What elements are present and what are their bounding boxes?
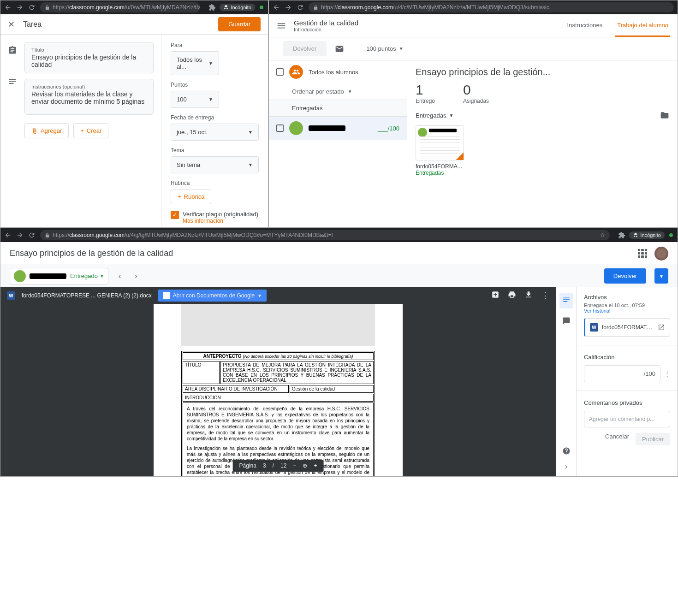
instructions-field[interactable]: Instrucciones (opcional) Revisar los mat… [24,79,154,115]
incognito-badge: Incógnito [629,231,665,239]
save-button[interactable]: Guardar [218,17,261,31]
zoom-in-icon[interactable]: + [314,462,317,469]
assignment-icon [8,46,17,55]
checkbox[interactable] [276,124,284,132]
publish-button[interactable]: Publicar [636,433,670,445]
assigned-count[interactable]: 0Asignadas [463,82,489,104]
star-icon[interactable]: ☆ [600,232,605,238]
avatar [289,121,303,135]
tab-instructions[interactable]: Instrucciones [565,14,605,37]
turned-in-count[interactable]: 1Entregó [416,82,435,104]
files-tab-icon[interactable] [559,293,573,308]
create-button[interactable]: +Crear [73,123,108,138]
plus-icon: + [80,127,84,134]
attachment-card[interactable]: fordo054FORMATOPR... Entregadas [416,125,464,176]
zoom-icon[interactable]: ⊕ [303,462,307,469]
topic-dropdown[interactable]: Sin tema▼ [171,156,259,173]
comment-tab-icon[interactable] [562,317,571,325]
checkbox[interactable] [276,68,284,76]
open-external-icon[interactable] [658,324,665,331]
account-avatar[interactable] [654,247,668,261]
return-button[interactable]: Devolver [283,41,327,56]
return-button[interactable]: Devolver [604,268,646,284]
chevron-down-icon: ▼ [659,274,664,279]
page-title: Tarea [23,20,42,29]
attach-icon [31,128,38,134]
student-row[interactable]: ___/100 [269,117,407,140]
rubric-button[interactable]: +Rúbrica [171,189,211,204]
back-icon[interactable] [273,4,280,11]
plus-icon: + [178,193,181,200]
return-dropdown[interactable]: ▼ [654,268,668,284]
open-docs-button[interactable]: Abrir con Documentos de Google ▼ [158,290,267,302]
close-icon[interactable]: ✕ [8,19,15,30]
forward-icon[interactable] [285,4,292,11]
date-dropdown[interactable]: jue., 15 oct.▼ [171,124,259,141]
forward-icon[interactable] [16,231,24,239]
add-button[interactable]: Agregar [24,123,69,138]
prev-student-icon[interactable]: ‹ [115,270,125,282]
sort-dropdown[interactable]: Ordenar por estado▼ [269,83,407,100]
points-selector[interactable]: 100 puntos▼ [366,45,403,52]
chevron-down-icon: ▼ [248,130,253,135]
more-icon[interactable]: ⋮ [664,370,670,377]
history-link[interactable]: Ver historial [584,308,670,314]
chevron-down-icon: ▼ [257,293,262,298]
chevron-down-icon: ▼ [449,113,454,118]
class-title[interactable]: Gestión de la calidad [294,19,558,27]
comment-input[interactable]: Agregar un comentario p... [584,411,670,427]
email-icon[interactable] [335,44,344,53]
print-icon[interactable] [508,290,516,299]
incognito-badge: Incógnito [220,4,255,11]
address-bar[interactable]: https://classroom.google.com/u/0/w/MTUwM… [40,2,200,12]
back-icon[interactable] [4,4,12,11]
score: ___/100 [378,125,399,132]
plagiarism-checkbox[interactable]: ✓ [171,211,179,219]
page-indicator: Página 3 / 12 − ⊕ + [233,460,324,472]
update-dot-icon[interactable] [259,5,264,10]
menu-icon[interactable] [276,21,286,31]
add-shortcut-icon[interactable] [491,290,500,299]
extensions-icon[interactable] [618,231,625,239]
student-name [309,125,345,131]
update-dot-icon[interactable] [668,232,674,238]
points-dropdown[interactable]: 100▼ [171,91,219,108]
avatar [14,270,26,282]
apps-icon[interactable] [638,249,647,258]
reload-icon[interactable] [297,4,304,11]
address-bar[interactable]: https://classroom.google.com/u/4/g/tg/MT… [40,230,610,240]
text-icon [8,77,17,86]
assignment-title: Ensayo principios de la gestión de la ca… [10,249,173,258]
student-selector[interactable]: Entregado▼ [10,268,108,284]
download-icon[interactable] [524,290,533,299]
lock-icon [45,233,50,238]
chevron-down-icon: ▼ [208,97,213,102]
back-icon[interactable] [4,231,12,239]
more-icon[interactable]: ⋮ [541,290,549,301]
cancel-button[interactable]: Cancelar [605,433,629,445]
folder-icon[interactable] [660,111,669,120]
chevron-down-icon: ▼ [399,46,404,51]
tab-student-work[interactable]: Trabajo del alumno [615,14,670,37]
student-name [30,273,66,279]
reload-icon[interactable] [28,231,36,239]
reload-icon[interactable] [28,4,36,11]
zoom-out-icon[interactable]: − [293,462,296,469]
group-icon [289,65,303,79]
extensions-icon[interactable] [208,4,216,11]
file-row[interactable]: W fordo054FORMATOP... [584,318,670,337]
lock-icon [45,5,50,10]
expand-icon[interactable]: › [565,462,567,471]
more-info-link[interactable]: Más información [183,218,258,224]
title-field[interactable]: Título Ensayo principios de la gestión d… [24,42,154,73]
forward-icon[interactable] [16,4,24,11]
address-bar[interactable]: https://classroom.google.com/u/4/c/MTUwM… [309,2,674,12]
para-dropdown[interactable]: Todos los al...▼ [171,51,219,75]
all-students-row[interactable]: Todos los alumnos [269,60,407,83]
docs-icon [163,292,170,299]
chevron-down-icon: ▼ [348,89,352,94]
filter-dropdown[interactable]: Entregadas▼ [416,112,453,119]
grade-input[interactable]: /100 [584,365,660,382]
next-student-icon[interactable]: › [131,270,141,282]
help-icon[interactable] [562,447,571,455]
